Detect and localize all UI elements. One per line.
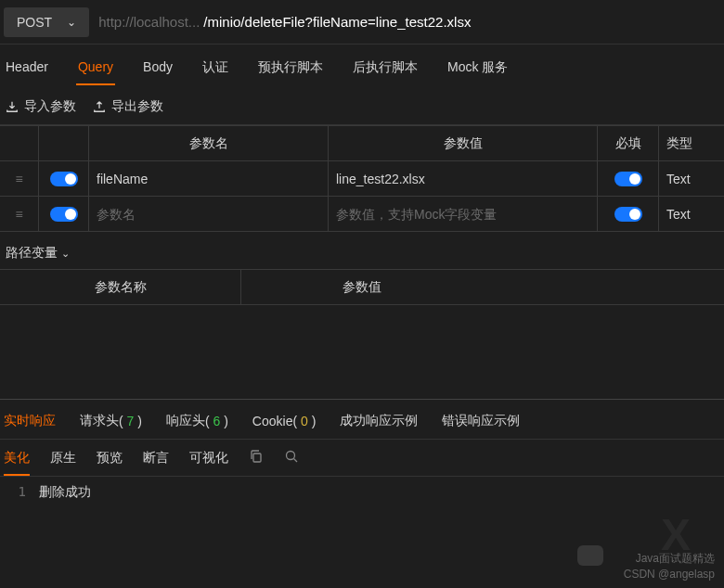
download-icon [6,100,19,113]
tab-cookie[interactable]: Cookie( 0 ) [252,413,317,429]
upload-icon [93,100,106,113]
chevron-down-icon: ⌄ [67,16,76,29]
tab-success-example[interactable]: 成功响应示例 [340,413,418,429]
param-enable-toggle[interactable] [50,207,78,222]
col-name: 参数名 [89,126,329,160]
tab-request-headers[interactable]: 请求头( 7 ) [80,413,142,429]
table-row: ≡ Text [0,197,724,232]
col-type: 类型 [659,126,724,160]
wechat-icon [577,545,603,566]
view-assert[interactable]: 断言 [143,450,169,467]
copy-icon[interactable] [249,449,264,467]
param-type[interactable]: Text [659,197,724,231]
tab-realtime-response[interactable]: 实时响应 [4,413,56,429]
tab-body[interactable]: Body [141,59,175,85]
http-method-label: POST [17,15,52,30]
drag-handle-icon[interactable]: ≡ [0,161,39,196]
path-variables-toggle[interactable]: 路径变量 ⌄ [0,232,724,269]
table-header-row: 参数名 参数值 必填 类型 [0,126,724,161]
param-enable-toggle[interactable] [50,172,78,186]
svg-point-1 [287,452,295,460]
http-method-select[interactable]: POST ⌄ [4,7,89,37]
tab-query[interactable]: Query [76,59,115,85]
param-name-input[interactable] [97,207,320,222]
export-params-button[interactable]: 导出参数 [93,98,163,115]
col-value: 参数值 [241,270,483,304]
tab-auth[interactable]: 认证 [200,59,230,85]
param-required-toggle[interactable] [614,207,642,222]
code-line: 删除成功 [39,484,91,501]
param-value-input[interactable] [336,172,589,186]
col-required: 必填 [598,126,659,160]
request-tabs: Header Query Body 认证 预执行脚本 后执行脚本 Mock 服务 [0,45,724,85]
view-raw[interactable]: 原生 [50,450,76,467]
import-params-button[interactable]: 导入参数 [6,98,76,115]
search-icon[interactable] [284,449,299,467]
response-body[interactable]: 1 删除成功 [0,477,724,508]
url-input[interactable]: http://localhost... /minio/deleteFile?fi… [98,14,720,30]
watermark-text: Java面试题精选 CSDN @angelasp [624,551,715,582]
line-number: 1 [0,484,39,501]
table-row: ≡ Text [0,161,724,197]
query-params-table: 参数名 参数值 必填 类型 ≡ Text ≡ Text [0,125,724,232]
param-value-input[interactable] [336,207,589,222]
view-viz[interactable]: 可视化 [189,450,228,467]
param-name-input[interactable] [97,172,320,186]
view-beautify[interactable]: 美化 [4,450,30,467]
url-base: http://localhost... [98,14,200,30]
tab-prescript[interactable]: 预执行脚本 [256,59,325,85]
col-value: 参数值 [329,126,598,160]
col-name: 参数名称 [0,270,241,304]
response-view-tabs: 美化 原生 预览 断言 可视化 [0,440,724,477]
param-required-toggle[interactable] [614,172,642,186]
tab-header[interactable]: Header [4,59,50,85]
path-variables-table: 参数名称 参数值 [0,269,724,305]
url-path: /minio/deleteFile?fileName=line_test22.x… [203,14,471,30]
chevron-down-icon: ⌄ [61,248,70,260]
tab-mock[interactable]: Mock 服务 [446,59,510,85]
table-header-row: 参数名称 参数值 [0,270,724,305]
view-preview[interactable]: 预览 [97,450,123,467]
tab-postscript[interactable]: 后执行脚本 [351,59,420,85]
tab-error-example[interactable]: 错误响应示例 [442,413,520,429]
response-tabs: 实时响应 请求头( 7 ) 响应头( 6 ) Cookie( 0 ) 成功响应示… [0,400,724,440]
drag-handle-icon[interactable]: ≡ [0,197,39,231]
response-panel: 实时响应 请求头( 7 ) 响应头( 6 ) Cookie( 0 ) 成功响应示… [0,399,724,588]
tab-response-headers[interactable]: 响应头( 6 ) [166,413,228,429]
param-type[interactable]: Text [659,161,724,196]
svg-rect-0 [253,454,261,462]
